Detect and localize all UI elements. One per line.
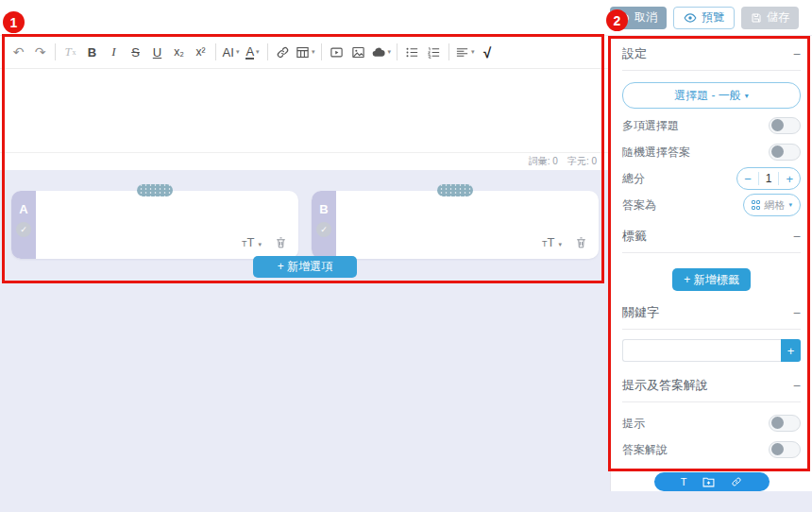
answer-display-value: 網格 — [764, 198, 785, 213]
option-a-tools: TT▾ — [242, 235, 287, 249]
shuffle-label: 隨機選擇答案 — [622, 145, 690, 161]
option-card-a[interactable]: A ✓ TT▾ — [11, 191, 298, 259]
question-type-label: 選擇題 - 一般 — [674, 88, 741, 104]
correct-answer-check-icon[interactable]: ✓ — [16, 222, 31, 237]
text-media-icon[interactable]: T — [681, 476, 687, 487]
preview-label: 預覽 — [702, 9, 724, 26]
settings-section-header: 設定 − — [622, 45, 801, 62]
subscript-icon[interactable]: x₂ — [168, 41, 190, 63]
delete-option-icon[interactable] — [575, 236, 587, 249]
chevron-down-icon: ▾ — [788, 201, 792, 209]
strikethrough-icon[interactable]: S — [125, 41, 146, 63]
question-type-dropdown[interactable]: 選擇題 - 一般 ▾ — [622, 82, 801, 109]
cloud-upload-dropdown[interactable]: ▾ — [369, 41, 394, 63]
char-count: 字元: 0 — [567, 155, 597, 168]
hints-title: 提示及答案解說 — [622, 377, 708, 394]
bullet-list-icon[interactable] — [401, 41, 423, 63]
add-option-button[interactable]: + 新增選項 — [253, 256, 357, 278]
multi-select-label: 多項選擇題 — [622, 118, 679, 134]
question-text-area[interactable] — [0, 69, 610, 152]
shuffle-row: 隨機選擇答案 — [622, 139, 801, 165]
option-letter: B — [319, 202, 328, 216]
clear-formatting-icon[interactable]: Tx — [59, 41, 81, 63]
font-size-dropdown[interactable]: TT▾ — [542, 235, 562, 249]
hint-row: 提示 — [622, 410, 801, 436]
insert-table-dropdown[interactable]: ▾ — [294, 41, 317, 63]
toolbar-divider — [55, 43, 56, 60]
insert-link-icon[interactable] — [272, 41, 294, 63]
undo-icon[interactable]: ↶ — [8, 41, 29, 63]
shuffle-toggle[interactable] — [769, 144, 801, 161]
collapse-icon[interactable]: − — [793, 379, 801, 392]
align-dropdown[interactable]: ▾ — [453, 41, 477, 63]
collapse-icon[interactable]: − — [793, 230, 801, 243]
score-stepper[interactable]: − 1 + — [736, 167, 801, 190]
toolbar-divider — [267, 43, 268, 60]
font-size-dropdown[interactable]: TT▾ — [242, 235, 262, 249]
bold-icon[interactable]: B — [81, 41, 103, 63]
plus-icon[interactable]: + — [779, 172, 800, 186]
hint-toggle[interactable] — [769, 415, 801, 432]
toolbar-divider — [215, 43, 216, 60]
drag-handle-icon[interactable] — [137, 184, 173, 196]
delete-option-icon[interactable] — [275, 236, 287, 249]
folder-plus-icon[interactable] — [702, 476, 715, 487]
save-label: 儲存 — [767, 9, 789, 26]
score-label: 總分 — [622, 171, 645, 187]
collapse-icon[interactable]: − — [793, 47, 801, 60]
answer-display-dropdown[interactable]: 網格 ▾ — [743, 194, 801, 216]
option-b-tools: TT▾ — [542, 235, 587, 249]
score-row: 總分 − 1 + — [622, 165, 801, 192]
redo-icon[interactable]: ↷ — [29, 41, 51, 63]
explanation-toggle[interactable] — [769, 441, 801, 458]
text-color-dropdown[interactable]: A▾ — [242, 41, 263, 63]
explanation-label: 答案解說 — [622, 442, 668, 458]
keywords-section-header: 關鍵字 − — [622, 304, 801, 321]
tags-title: 標籤 — [622, 228, 647, 245]
media-type-pill[interactable]: T — [654, 472, 770, 491]
tags-section-header: 標籤 − — [622, 228, 801, 245]
chevron-down-icon: ▾ — [745, 92, 749, 100]
rich-text-toolbar: ↶ ↷ Tx B I S U x₂ x² AI▾ A▾ ▾ ▾ ▾ √ — [0, 36, 610, 69]
option-card-b[interactable]: B ✓ TT▾ — [312, 191, 599, 259]
annotation-badge-2: 2 — [606, 9, 628, 31]
collapse-icon[interactable]: − — [793, 306, 801, 319]
add-keyword-button[interactable]: + — [781, 339, 801, 362]
toolbar-divider — [448, 43, 449, 60]
link-media-icon[interactable] — [731, 476, 742, 487]
insert-image-icon[interactable] — [347, 41, 369, 63]
numbered-list-icon[interactable] — [423, 41, 445, 63]
save-button[interactable]: 儲存 — [741, 7, 799, 29]
ai-tools-dropdown[interactable]: AI▾ — [220, 41, 242, 63]
word-count-bar: 詞彙: 0 字元: 0 — [0, 152, 610, 170]
option-b-tab: B ✓ — [312, 191, 336, 259]
math-formula-icon[interactable]: √ — [477, 41, 499, 63]
option-letter: A — [19, 202, 27, 216]
add-tag-button[interactable]: + 新增標籤 — [672, 268, 750, 291]
score-value: 1 — [758, 172, 780, 185]
multi-select-toggle[interactable] — [769, 117, 801, 134]
explanation-row: 答案解說 — [622, 436, 801, 463]
top-bar: ⊗ 取消 預覽 儲存 — [0, 0, 812, 36]
minus-icon[interactable]: − — [737, 172, 758, 186]
preview-button[interactable]: 預覽 — [673, 7, 735, 29]
divider — [622, 252, 801, 253]
insert-video-icon[interactable] — [326, 41, 347, 63]
hints-section-header: 提示及答案解說 − — [622, 377, 801, 394]
hint-label: 提示 — [622, 416, 645, 432]
superscript-icon[interactable]: x² — [190, 41, 211, 63]
annotation-badge-1: 1 — [3, 11, 25, 33]
grid-icon — [752, 200, 761, 210]
settings-sidebar: 設定 − 選擇題 - 一般 ▾ 多項選擇題 隨機選擇答案 總分 − 1 + 答案… — [610, 36, 812, 491]
underline-icon[interactable]: U — [146, 41, 168, 63]
toolbar-divider — [321, 43, 322, 60]
correct-answer-check-icon[interactable]: ✓ — [316, 222, 331, 237]
italic-icon[interactable]: I — [103, 41, 125, 63]
question-editor-panel: ↶ ↷ Tx B I S U x₂ x² AI▾ A▾ ▾ ▾ ▾ √ 詞彙: … — [0, 36, 610, 170]
settings-title: 設定 — [622, 45, 647, 62]
cancel-label: 取消 — [634, 9, 657, 26]
drag-handle-icon[interactable] — [437, 184, 473, 196]
answer-options-area: A ✓ TT▾ B ✓ TT▾ + 新增選項 — [0, 170, 610, 512]
keyword-input[interactable] — [622, 339, 781, 362]
toolbar-divider — [397, 43, 398, 60]
